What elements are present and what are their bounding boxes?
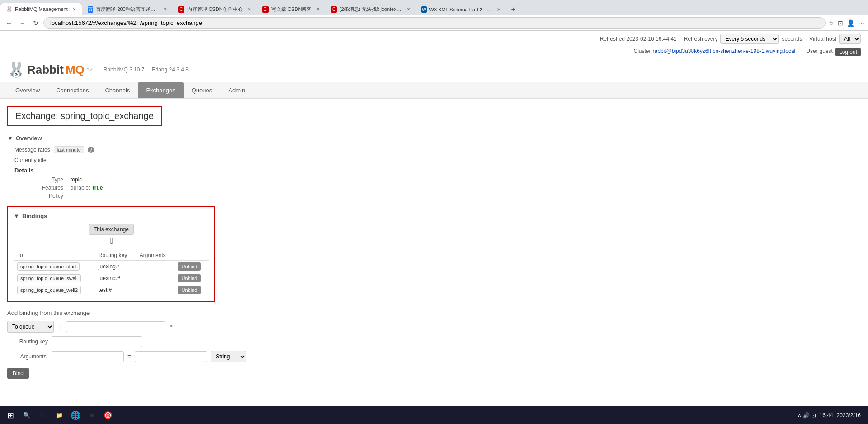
logo-icon: 🐰 <box>7 61 25 78</box>
tab-close-csdn1[interactable]: ✕ <box>247 6 251 12</box>
message-rates-row: Message rates last minute ? <box>14 144 861 155</box>
back-button[interactable]: ← <box>4 19 14 28</box>
exchange-btn-row: This exchange <box>14 224 209 235</box>
bind-button[interactable]: Bind <box>7 368 29 379</box>
split-screen-icon[interactable]: ⊡ <box>838 19 843 27</box>
logo-tm: TM <box>87 67 93 72</box>
add-binding-section: Add binding from this exchange To queue … <box>7 310 861 379</box>
this-exchange-button[interactable]: This exchange <box>89 224 134 235</box>
details-table: Type topic Features durable: true Policy <box>14 176 861 199</box>
nav-admin[interactable]: Admin <box>220 82 253 98</box>
tab-close-csdn2[interactable]: ✕ <box>316 6 320 12</box>
tab-label-w3: W3 XML Schema Part 2: Datatype... <box>429 7 493 12</box>
routing-key-1: juexing.# <box>95 272 136 284</box>
user-label: User <box>806 48 817 56</box>
nav-connections[interactable]: Connections <box>48 82 97 98</box>
arrow-down: ⇓ <box>14 237 209 247</box>
logo-area: 🐰 Rabbit MQ TM <box>7 61 93 78</box>
refresh-select[interactable]: Every 5 seconds Every 10 seconds Every 3… <box>720 34 779 44</box>
vhost-select[interactable]: All / <box>839 34 861 44</box>
csdn1-favicon: C <box>178 6 184 13</box>
page-content: Exchange: spring_topic_exchange ▼ Overvi… <box>0 99 868 393</box>
tab-baidu[interactable]: 百 百度翻译-200种语言互译、沟通... ✕ <box>82 3 173 15</box>
tab-csdn3[interactable]: C (2条消息) 无法找到context:pro... ✕ <box>326 3 416 15</box>
exchange-title-prefix: Exchange: <box>15 111 61 121</box>
tab-close-w3[interactable]: ✕ <box>497 7 501 13</box>
overview-header[interactable]: ▼ Overview <box>7 132 861 144</box>
tab-rabbitmq[interactable]: 🐰 RabbitMQ Management ✕ <box>0 3 82 15</box>
bindings-label: Bindings <box>22 213 47 219</box>
features-val: durable: true <box>71 185 861 191</box>
unbind-button-0[interactable]: Unbind <box>178 262 201 271</box>
tab-csdn1[interactable]: C 内容管理-CSDN创作中心 ✕ <box>173 3 257 15</box>
logo-mq: MQ <box>66 63 85 77</box>
bookmark-star-icon[interactable]: ☆ <box>828 19 834 27</box>
tab-label-rabbitmq: RabbitMQ Management <box>15 6 68 12</box>
nav-queues[interactable]: Queues <box>184 82 221 98</box>
settings-dots-icon[interactable]: ⋯ <box>858 19 864 27</box>
tab-close-rabbitmq[interactable]: ✕ <box>72 6 76 12</box>
tab-bar: 🐰 RabbitMQ Management ✕ 百 百度翻译-200种语言互译、… <box>0 0 868 15</box>
new-tab-button[interactable]: + <box>506 4 519 15</box>
nav-exchanges[interactable]: Exchanges <box>138 82 183 98</box>
arguments-label: Arguments: <box>7 353 48 360</box>
overview-section-label: Overview <box>16 135 42 142</box>
baidu-favicon: 百 <box>88 6 93 13</box>
bindings-header[interactable]: ▼ Bindings <box>14 213 209 219</box>
tab-close-baidu[interactable]: ✕ <box>163 6 167 12</box>
to-queue-select[interactable]: To queue To exchange <box>7 321 54 333</box>
taskbar-file-explorer[interactable]: 📁 <box>52 408 66 412</box>
table-row: spring_topic_queue_swell juexing.# Unbin… <box>14 272 209 284</box>
address-bar: ← → ↻ ☆ ⊡ 👤 ⋯ <box>0 15 868 31</box>
taskbar-chrome[interactable]: ● <box>85 408 99 412</box>
tab-w3[interactable]: W W3 XML Schema Part 2: Datatype... ✕ <box>416 4 506 15</box>
unbind-button-2[interactable]: Unbind <box>178 286 201 294</box>
user-value: guest <box>820 48 833 56</box>
arguments-key-input[interactable] <box>52 351 124 362</box>
taskbar: ⊞ 🔍 ⧉ 📁 🌐 ● 🎯 ∧ 🔊 ⊡ 16:44 2023/2/16 <box>0 406 868 411</box>
to-queue-input[interactable] <box>66 321 165 332</box>
forward-button[interactable]: → <box>17 19 28 28</box>
unbind-button-1[interactable]: Unbind <box>178 274 201 282</box>
taskbar-task-view[interactable]: ⧉ <box>36 408 50 412</box>
exchange-title-name: spring_topic_exchange <box>61 111 154 121</box>
reload-button[interactable]: ↻ <box>31 19 41 28</box>
csdn3-favicon: C <box>331 6 336 13</box>
arguments-val-input[interactable] <box>135 351 207 362</box>
help-icon[interactable]: ? <box>88 147 94 153</box>
policy-key: Policy <box>22 193 67 199</box>
vhost-label: Virtual host <box>809 36 836 42</box>
type-select[interactable]: String Integer Boolean <box>211 351 246 362</box>
logout-button[interactable]: Log out <box>835 48 861 56</box>
seconds-label: seconds <box>782 36 802 42</box>
routing-key-2: test.# <box>95 284 136 296</box>
nav-overview[interactable]: Overview <box>7 82 48 98</box>
overview-body: Message rates last minute ? Currently id… <box>7 144 861 201</box>
details-label: Details <box>14 167 861 174</box>
tab-label-csdn3: (2条消息) 无法找到context:pro... <box>340 6 402 13</box>
queue-name-2: spring_topic_queue_well2 <box>17 286 81 294</box>
start-button[interactable]: ⊞ <box>4 409 18 412</box>
exchange-title-box: Exchange: spring_topic_exchange <box>7 106 162 126</box>
routing-key-row: Routing key <box>7 336 861 347</box>
routing-key-label: Routing key <box>7 338 48 345</box>
browser-chrome: 🐰 RabbitMQ Management ✕ 百 百度翻译-200种语言互译、… <box>0 0 868 31</box>
profile-icon[interactable]: 👤 <box>847 19 854 27</box>
taskbar-app1[interactable]: 🎯 <box>101 408 115 412</box>
tab-csdn2[interactable]: C 写文章-CSDN博客 ✕ <box>257 3 326 15</box>
csdn2-favicon: C <box>262 6 269 13</box>
col-to: To <box>14 250 95 261</box>
overview-toggle-icon: ▼ <box>7 135 13 142</box>
top-bar: Refreshed 2023-02-16 16:44:41 Refresh ev… <box>0 31 868 47</box>
vhost-section: Virtual host All / <box>809 34 861 44</box>
bindings-box: ▼ Bindings This exchange ⇓ To Routing ke… <box>7 206 215 302</box>
taskbar-search[interactable]: 🔍 <box>19 408 34 412</box>
app: Refreshed 2023-02-16 16:44:41 Refresh ev… <box>0 31 868 411</box>
taskbar-edge[interactable]: 🌐 <box>68 408 83 412</box>
last-minute-badge[interactable]: last minute <box>54 146 84 153</box>
nav-channels[interactable]: Channels <box>97 82 138 98</box>
url-input[interactable] <box>43 17 826 29</box>
routing-key-input[interactable] <box>52 336 142 347</box>
refresh-section: Refresh every Every 5 seconds Every 10 s… <box>684 34 802 44</box>
tab-close-csdn3[interactable]: ✕ <box>406 6 410 12</box>
